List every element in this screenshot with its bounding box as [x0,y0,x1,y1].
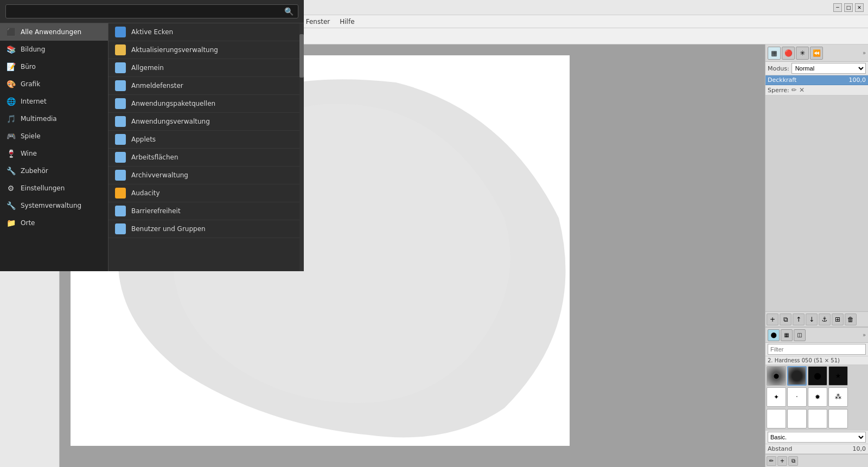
app-item-aktive-ecken[interactable]: Aktive Ecken [108,23,304,41]
layer-new-button[interactable]: + [767,314,778,325]
brush-name-row: 2. Hardness 050 (51 × 51) [765,356,868,365]
maximize-button[interactable]: □ [844,3,853,12]
brush-filter-row [765,343,868,356]
panel-tab-channels[interactable]: 🔴 [782,47,795,60]
app-item-anmeldefenster[interactable]: Anmeldefenster [108,77,304,95]
wine-label: Wine [21,150,37,157]
sperre-close-icon[interactable]: ✕ [799,86,805,94]
app-item-anwendungsverwaltung[interactable]: Anwendungsverwaltung [108,113,304,131]
right-panel-tabs: ▦ 🔴 ✳ ⏪ » [765,44,868,62]
allgemein-icon [115,62,126,73]
sidebar-cat-bildung[interactable]: 📚Bildung [0,41,108,58]
all-label: Alle Anwendungen [21,28,81,36]
layer-anchor-button[interactable]: ⚓ [819,314,831,325]
panel-expand-icon[interactable]: » [863,50,866,56]
app-item-anwendungspaketquellen[interactable]: Anwendungspaketquellen [108,95,304,113]
sidebar-cat-orte[interactable]: 📁Orte [0,214,108,232]
brush-item-3[interactable]: ★ [828,366,848,386]
anmeldefenster-label: Anmeldefenster [131,82,183,89]
panel-tab-paths[interactable]: ✳ [796,47,809,60]
arbeitsflaechen-icon [115,152,126,163]
brush-item-7[interactable]: ⁂ [828,387,848,407]
brush-edit-button[interactable]: ✏ [767,456,776,466]
app-item-archivverwaltung[interactable]: Archivverwaltung [108,167,304,184]
search-icon: 🔍 [284,7,293,16]
wine-icon: 🍷 [5,148,16,159]
close-button[interactable]: ✕ [855,3,864,12]
brush-item-4[interactable]: ✦ [767,387,786,407]
modus-select[interactable]: Normal [792,63,866,74]
sperre-edit-icon[interactable]: ✏ [792,86,797,94]
brush-tab-patterns[interactable]: ▦ [781,329,793,341]
brush-item-6[interactable]: ✸ [808,387,827,407]
brush-tab-brushes[interactable]: ⬤ [768,329,780,341]
layer-merge-button[interactable]: ⊞ [832,314,844,325]
brush-category-select[interactable]: Basic. [768,432,866,443]
sidebar-cat-einstellungen[interactable]: ⚙Einstellungen [0,180,108,197]
benutzer-gruppen-icon [115,223,126,234]
brush-item-0[interactable]: ● [767,366,786,386]
brush-item-2[interactable]: ⬤ [808,366,827,386]
grafik-icon: 🎨 [5,79,16,89]
modus-label: Modus: [768,65,789,72]
barrierefreiheit-icon [115,206,126,216]
anwendungspaketquellen-label: Anwendungspaketquellen [131,100,215,107]
brush-duplicate-button[interactable]: ⧉ [788,456,798,466]
arbeitsflaechen-label: Arbeitsflächen [131,153,178,161]
brush-tab-gradients[interactable]: ◫ [794,329,806,341]
brush-new-button[interactable]: + [777,456,787,466]
brush-item-9[interactable] [787,409,807,428]
brush-item-10[interactable] [808,409,827,428]
app-item-applets[interactable]: Applets [108,131,304,149]
bildung-label: Bildung [21,46,45,53]
sidebar-cat-spiele[interactable]: 🎮Spiele [0,127,108,145]
app-item-barrierefreiheit[interactable]: Barrierefreiheit [108,202,304,220]
panel-tab-history[interactable]: ⏪ [810,47,823,60]
sidebar-cat-multimedia[interactable]: 🎵Multimedia [0,110,108,127]
layer-delete-button[interactable]: 🗑 [845,314,857,325]
aktive-ecken-label: Aktive Ecken [131,28,173,36]
app-item-audacity[interactable]: Audacity [108,184,304,202]
app-search-container: 🔍 [5,4,298,18]
brush-filter-input[interactable] [768,344,866,355]
window-controls: ─ □ ✕ [833,3,864,12]
app-search-input[interactable] [10,8,284,15]
einstellungen-label: Einstellungen [21,184,65,192]
layer-duplicate-button[interactable]: ⧉ [780,314,792,325]
sidebar-cat-grafik[interactable]: 🎨Grafik [0,75,108,93]
sidebar-cat-all[interactable]: ⬛Alle Anwendungen [0,23,108,41]
app-item-arbeitsflaechen[interactable]: Arbeitsflächen [108,149,304,167]
sidebar-cat-wine[interactable]: 🍷Wine [0,145,108,162]
brush-item-11[interactable] [828,409,848,428]
panel-tab-layers[interactable]: ▦ [768,47,781,60]
minimize-button[interactable]: ─ [833,3,842,12]
sidebar-cat-buero[interactable]: 📝Büro [0,58,108,75]
brush-expand-icon[interactable]: » [863,332,866,338]
modus-row: Modus: Normal [765,62,868,75]
app-item-allgemein[interactable]: Allgemein [108,59,304,77]
einstellungen-icon: ⚙ [5,183,16,194]
app-item-aktualisierungsverwaltung[interactable]: Aktualisierungsverwaltung [108,41,304,59]
all-icon: ⬛ [5,27,16,37]
sidebar-cat-systemverwaltung[interactable]: 🔧Systemverwaltung [0,197,108,214]
barrierefreiheit-label: Barrierefreiheit [131,207,181,215]
sidebar-cat-internet[interactable]: 🌐Internet [0,93,108,110]
brush-item-5[interactable]: · [787,387,807,407]
layer-up-button[interactable]: ↑ [793,314,805,325]
menu-item-fenster[interactable]: Fenster [302,17,335,27]
layer-toolbar: + ⧉ ↑ ↓ ⚓ ⊞ 🗑 [765,312,868,327]
scrollbar-thumb[interactable] [299,34,304,78]
layer-down-button[interactable]: ↓ [806,314,818,325]
brush-item-1[interactable] [787,366,807,386]
brush-item-8[interactable] [767,409,786,428]
menu-item-hilfe[interactable]: Hilfe [335,17,359,27]
brush-grid: ●⬤★✦·✸⁂ [765,365,868,430]
multimedia-icon: 🎵 [5,113,16,124]
app-item-benutzer-gruppen[interactable]: Benutzer und Gruppen [108,220,304,238]
sidebar-cat-zubehoer[interactable]: 🔧Zubehör [0,162,108,180]
allgemein-label: Allgemein [131,64,164,72]
grafik-label: Grafik [21,80,40,88]
brush-category-row: Basic. [765,430,868,444]
orte-label: Orte [21,219,35,227]
right-panel: ▦ 🔴 ✳ ⏪ » Modus: Normal Deckkraft 100,0 … [765,44,868,467]
